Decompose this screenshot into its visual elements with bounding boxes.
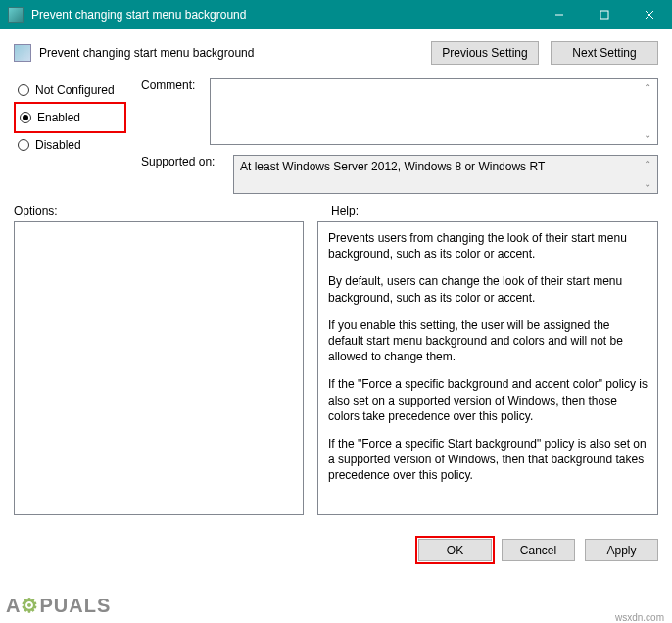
content-area: Prevent changing start menu background P…: [0, 29, 672, 527]
help-pane: Prevents users from changing the look of…: [317, 221, 658, 515]
radio-circle-icon: [18, 139, 29, 151]
footer: OK Cancel Apply: [0, 527, 672, 573]
help-paragraph: Prevents users from changing the look of…: [328, 230, 648, 262]
comment-row: Not Configured Enabled Disabled Comment:…: [14, 78, 658, 194]
radio-disabled[interactable]: Disabled: [14, 133, 141, 157]
radio-enabled[interactable]: Enabled: [16, 106, 124, 129]
corner-url: wsxdn.com: [615, 612, 664, 623]
radio-label: Enabled: [37, 111, 80, 124]
help-label: Help:: [308, 204, 658, 217]
policy-title: Prevent changing start menu background: [39, 46, 419, 60]
state-radio-group: Not Configured Enabled Disabled: [14, 78, 141, 194]
maximize-button[interactable]: [582, 0, 627, 29]
policy-icon: [14, 44, 31, 62]
titlebar: Prevent changing start menu background: [0, 0, 672, 29]
scrollbar[interactable]: ⌃⌄: [639, 158, 655, 191]
supported-label: Supported on:: [141, 155, 233, 194]
cancel-button[interactable]: Cancel: [502, 539, 575, 561]
next-setting-button[interactable]: Next Setting: [551, 41, 658, 65]
radio-circle-icon: [20, 112, 31, 123]
window-buttons: [537, 0, 672, 29]
window-title: Prevent changing start menu background: [31, 8, 537, 22]
help-paragraph: If the "Force a specific Start backgroun…: [328, 436, 648, 484]
svg-rect-1: [600, 11, 608, 19]
options-help-labels: Options: Help:: [14, 204, 658, 217]
close-button[interactable]: [627, 0, 672, 29]
enabled-highlight: Enabled: [14, 102, 126, 133]
radio-label: Not Configured: [35, 83, 115, 97]
ok-button[interactable]: OK: [418, 539, 492, 561]
comment-textarea[interactable]: ⌃⌄: [210, 78, 658, 145]
radio-not-configured[interactable]: Not Configured: [14, 78, 141, 102]
radio-circle-icon: [18, 84, 29, 96]
supported-on-field: At least Windows Server 2012, Windows 8 …: [233, 155, 658, 194]
panes: Prevents users from changing the look of…: [14, 221, 658, 515]
watermark: A⚙PUALS: [6, 594, 111, 617]
supported-text: At least Windows Server 2012, Windows 8 …: [240, 160, 545, 173]
comment-label: Comment:: [141, 78, 210, 155]
help-paragraph: By default, users can change the look of…: [328, 273, 648, 305]
apply-button[interactable]: Apply: [585, 539, 658, 561]
help-paragraph: If the "Force a specific background and …: [328, 376, 648, 424]
previous-setting-button[interactable]: Previous Setting: [431, 41, 539, 65]
options-pane: [14, 221, 304, 515]
scrollbar[interactable]: ⌃⌄: [639, 81, 655, 142]
help-paragraph: If you enable this setting, the user wil…: [328, 317, 648, 365]
header-row: Prevent changing start menu background P…: [14, 41, 658, 65]
minimize-button[interactable]: [537, 0, 582, 29]
options-label: Options:: [14, 204, 308, 217]
app-icon: [8, 7, 24, 23]
radio-label: Disabled: [35, 138, 81, 152]
